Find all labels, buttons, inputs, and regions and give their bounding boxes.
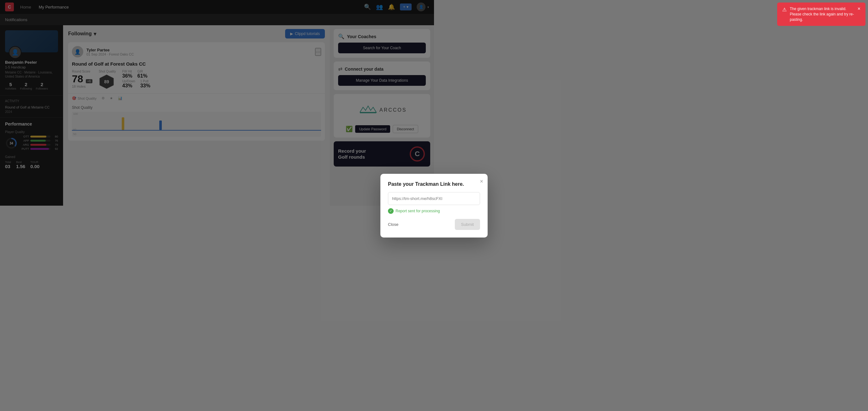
modal-overlay: Paste your Trackman Link here. × ✓ Repor… bbox=[0, 0, 434, 205]
trackman-link-input[interactable] bbox=[388, 192, 434, 205]
modal-title: Paste your Trackman Link here. bbox=[388, 181, 434, 187]
trackman-modal: Paste your Trackman Link here. × ✓ Repor… bbox=[380, 174, 434, 206]
